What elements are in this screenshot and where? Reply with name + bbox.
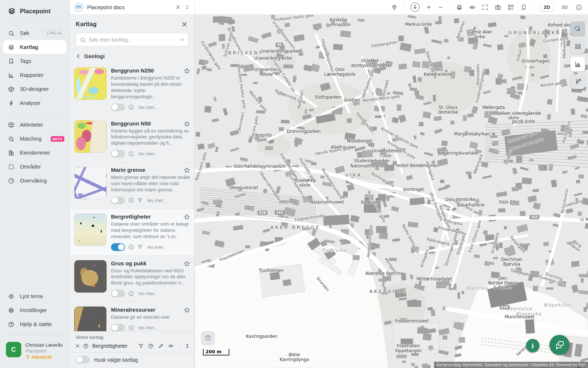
layer-description: Kartdataene i Berggrunn N250 er hovedsak… <box>111 75 190 100</box>
matchsearch-icon <box>8 136 14 142</box>
layer-card-berggrunn-n250[interactable]: Berggrunn N250Kartdataene i Berggrunn N2… <box>70 63 194 116</box>
read-more-link[interactable]: les mer.. <box>139 291 157 296</box>
remember-layers-toggle[interactable] <box>76 356 90 364</box>
sidebar-item-omrader[interactable]: Områder <box>0 160 69 174</box>
info-fab-button[interactable]: i <box>526 339 539 353</box>
read-more-link[interactable]: les mer.. <box>139 105 157 110</box>
chart-tool-button[interactable] <box>570 57 585 71</box>
layer-search-input[interactable] <box>89 37 177 43</box>
filter-icon[interactable] <box>138 343 144 349</box>
layer-toggle[interactable] <box>111 150 125 158</box>
layer-card-grus-og-pukk[interactable]: Grus og pukkGrus- og Pukkdatabasen ved N… <box>70 256 194 302</box>
layer-toggle[interactable] <box>111 290 125 297</box>
user-name: Christian Løverås <box>25 342 63 348</box>
layer-thumbnail <box>74 67 107 100</box>
remove-layer-icon[interactable] <box>75 343 80 348</box>
layer-card-berggrunn-n50[interactable]: Berggrunn N50Kartene bygger på en samtol… <box>70 116 194 163</box>
read-more-link[interactable]: les mer.. <box>139 325 157 330</box>
sidebar-item-innstillinger[interactable]: Innstillinger <box>0 303 69 317</box>
read-more-link[interactable]: les mer.. <box>147 198 165 203</box>
breadcrumb-geologi[interactable]: Geologi <box>70 50 194 63</box>
zoom-in-button[interactable]: + <box>426 4 431 11</box>
star-icon[interactable] <box>184 167 190 173</box>
sidebar: Placepoint SøkCTRL+GKartlagTagsRapporter… <box>0 0 70 368</box>
star-icon[interactable] <box>184 307 190 313</box>
clear-search-icon[interactable] <box>180 38 184 42</box>
compass-icon[interactable]: N <box>410 3 420 12</box>
screenshot-icon[interactable] <box>495 4 501 11</box>
palette-icon[interactable] <box>148 343 154 349</box>
layer-toggle[interactable] <box>111 324 125 332</box>
read-more-link[interactable]: les mer.. <box>147 244 165 250</box>
visibility-icon[interactable] <box>469 4 476 11</box>
reorder-icon[interactable] <box>184 343 190 349</box>
qr-code-icon[interactable] <box>508 4 514 11</box>
panel-close-icon[interactable] <box>181 21 188 28</box>
info-icon[interactable] <box>128 291 134 297</box>
info-icon[interactable] <box>576 4 582 11</box>
filter-icon[interactable] <box>137 244 143 250</box>
remember-layers-label: Husk valgte kartlag <box>94 357 138 363</box>
fullscreen-icon[interactable] <box>482 4 488 11</box>
view-2d-button[interactable]: 2D <box>540 3 553 11</box>
sidebar-item-3d-designer[interactable]: 3D-designer <box>0 82 69 96</box>
layer-legend-icon[interactable] <box>83 343 89 349</box>
map-toolbar: N + − 2D 3D <box>195 3 588 12</box>
doc-swap-icon[interactable] <box>184 4 190 10</box>
star-icon[interactable] <box>184 121 190 127</box>
sidebar-item-aktiviteter[interactable]: Aktiviteter <box>0 118 69 132</box>
info-icon[interactable] <box>128 104 134 110</box>
app-logo[interactable]: Placepoint <box>0 0 69 21</box>
sidebar-item-eiendommer[interactable]: Eiendommer <box>0 146 69 160</box>
chevron-left-icon <box>76 53 81 59</box>
sidebar-item-matching[interactable]: MatchingBETA <box>0 132 69 146</box>
layer-description: Dataene viser områder som er belagt med … <box>111 221 190 240</box>
map-canvas[interactable]: Professor Dahls gateKristelig gymnasiumM… <box>195 15 588 368</box>
layer-toggle[interactable] <box>111 197 125 204</box>
layers-icon <box>8 44 14 50</box>
chat-fab-button[interactable] <box>549 335 570 355</box>
layer-card-marin-grense[interactable]: Marin grenseMarin grense angir det høyes… <box>70 162 194 209</box>
view-3d-button[interactable]: 3D <box>560 3 569 11</box>
star-icon[interactable] <box>184 68 190 74</box>
eye-icon[interactable] <box>168 343 174 349</box>
layer-thumbnail <box>74 167 107 199</box>
layer-toggle[interactable] <box>111 103 125 111</box>
active-layer-row[interactable]: Bergrettigheter <box>70 341 194 352</box>
print-icon[interactable] <box>456 4 463 11</box>
sidebar-item-sok[interactable]: SøkCTRL+G <box>0 26 69 40</box>
doc-close-icon[interactable] <box>175 4 181 10</box>
filter-icon[interactable] <box>137 198 143 203</box>
star-icon[interactable] <box>184 214 190 220</box>
locate-icon[interactable] <box>391 4 398 11</box>
sidebar-item-hjelp-stotte[interactable]: Hjelp & støtte <box>0 317 69 331</box>
sidebar-item-rapporter[interactable]: Rapporter <box>0 68 69 82</box>
medal-icon <box>25 354 30 360</box>
sidebar-item-lyst-tema[interactable]: Lyst tema <box>0 289 69 303</box>
select-tool-button[interactable] <box>570 21 585 36</box>
info-icon[interactable] <box>128 244 134 250</box>
layer-search[interactable] <box>76 33 189 46</box>
info-icon[interactable] <box>128 325 134 331</box>
info-icon[interactable] <box>128 197 134 203</box>
layer-card-bergrettigheter[interactable]: BergrettigheterDataene viser områder som… <box>70 209 194 256</box>
map-help-button[interactable] <box>201 331 215 344</box>
measure-tool-button[interactable] <box>570 39 585 54</box>
layer-title: Grus og pukk <box>111 260 147 266</box>
layer-title: Marin grense <box>111 167 145 173</box>
sidebar-item-kartlag[interactable]: Kartlag <box>3 40 67 54</box>
sidebar-item-tags[interactable]: Tags <box>0 54 69 68</box>
user-profile[interactable]: C Christian Løverås Placepoint PREMIUM <box>0 337 69 368</box>
layer-toggle[interactable] <box>111 243 125 251</box>
read-more-link[interactable]: les mer.. <box>139 151 157 156</box>
avatar: C <box>6 342 21 357</box>
zoom-out-button[interactable]: − <box>438 4 443 11</box>
bookmark-icon[interactable] <box>520 4 527 11</box>
sidebar-item-overvaking[interactable]: Overvåking <box>0 174 69 188</box>
sidebar-item-analyser[interactable]: Analyser <box>0 96 69 110</box>
edit-icon[interactable] <box>158 343 164 349</box>
travel-time-tool-button[interactable] <box>570 74 585 89</box>
info-icon[interactable] <box>128 151 134 157</box>
star-icon[interactable] <box>184 261 190 267</box>
doc-title[interactable]: Placepoint docs <box>87 4 172 10</box>
